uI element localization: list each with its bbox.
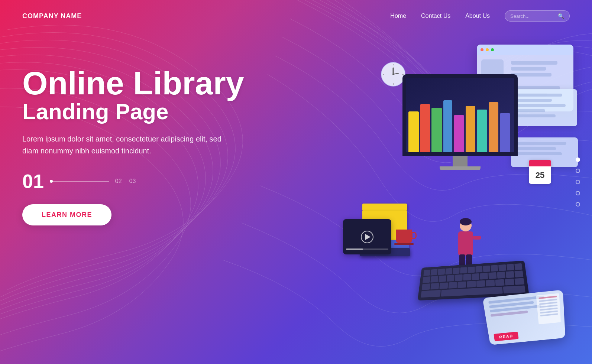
book-spine-3 [431,108,442,152]
page-line [50,181,109,182]
search-box[interactable]: 🔍 [505,10,570,22]
nav-about[interactable]: About Us [465,13,490,19]
browser-dot-close [481,48,483,51]
monitor-stand [453,156,468,166]
side-dot-3[interactable] [576,180,580,184]
keyboard-illustration [418,260,529,300]
calendar-header [529,160,551,166]
calendar-date: 25 [529,166,551,184]
coffee-cup [396,230,414,245]
side-dots [576,157,580,207]
book-spine-8 [489,102,498,152]
phone-read-button[interactable]: READ [494,332,519,341]
hero-section: COMPANY NAME Home Contact Us About Us 🔍 … [0,0,592,364]
card-line [515,147,556,150]
page-current: 01 [22,172,44,191]
key [423,270,430,276]
navbar: COMPANY NAME Home Contact Us About Us 🔍 [0,0,592,32]
book-spine-9 [500,113,510,152]
phone-illustration: READ [482,290,565,345]
company-logo: COMPANY NAME [22,12,82,20]
search-input[interactable] [510,13,555,19]
card-line [515,152,562,155]
play-button[interactable] [361,231,373,243]
hero-title-line1: Online Library [22,67,244,100]
svg-point-9 [460,218,472,225]
side-dot-1[interactable] [576,157,580,162]
book-spine-2 [420,104,430,152]
svg-rect-11 [472,236,481,240]
svg-rect-10 [458,231,473,256]
browser-bar [477,45,573,55]
nav-contact[interactable]: Contact Us [421,13,450,19]
learn-more-button[interactable]: LEARN MORE [22,204,111,225]
browser-text-line [511,67,546,71]
book-spine-5 [454,115,464,152]
cup-saucer [394,243,414,245]
page-2[interactable]: 02 [115,178,122,185]
side-dot-4[interactable] [576,191,580,195]
monitor-illustration [402,74,518,170]
book-spine-1 [408,111,419,152]
nav-home[interactable]: Home [390,13,406,19]
browser-dot-min [486,48,489,51]
book-yellow [362,204,407,211]
side-dot-2[interactable] [576,169,580,173]
browser-text-line [511,61,557,65]
monitor-base [440,166,481,170]
book-spine-6 [466,106,475,152]
side-dot-5[interactable] [576,202,580,207]
page-3[interactable]: 03 [129,178,136,185]
nav-links: Home Contact Us About Us 🔍 [390,10,570,22]
video-tablet [343,219,391,254]
book-spine-4 [443,100,452,152]
book-spine-7 [477,110,487,152]
hero-content: Online Library Landing Page Lorem ipsum … [22,67,244,225]
calendar-illustration: 25 [529,160,551,184]
hero-description: Lorem ipsum dolor sit amet, consectetuer… [22,133,223,157]
browser-dot-max [491,48,494,51]
card-line [515,142,566,145]
search-icon[interactable]: 🔍 [558,13,564,19]
hero-title-line2: Landing Page [22,100,244,124]
pagination-row: 01 02 03 [22,172,244,191]
